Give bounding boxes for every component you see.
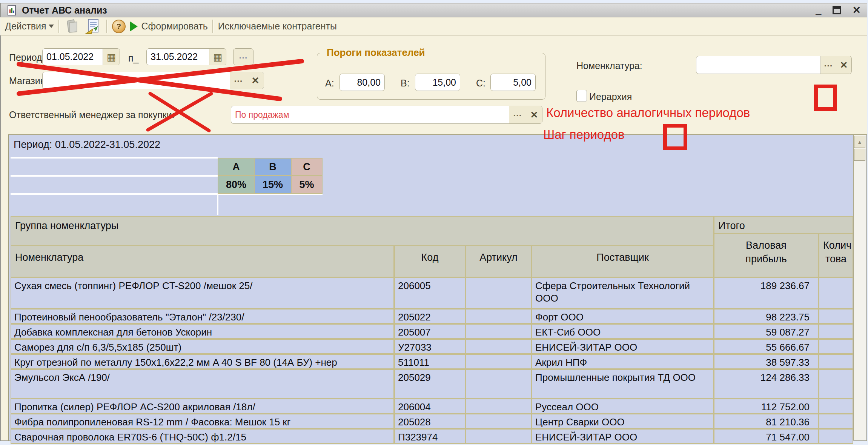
cell-quantity <box>819 324 853 339</box>
cell-code: У27033 <box>394 339 465 354</box>
period-from-field[interactable]: 01.05.2022 ▦ <box>42 48 120 65</box>
cell-article <box>465 277 532 309</box>
table-row[interactable]: Пропитка (силер) РЕФЛОР AC-S200 акрилова… <box>11 399 853 414</box>
store-clear-button[interactable]: ✕ <box>247 72 264 89</box>
calendar-button[interactable]: ▦ <box>209 49 226 65</box>
title-bar: Отчет АВС анализ _ ✕ <box>0 3 867 17</box>
table-row[interactable]: Протеиновый пенообразователь "Эталон" /2… <box>11 309 853 324</box>
hierarchy-label: Иерархия <box>589 91 632 102</box>
manager-clear-button[interactable]: ✕ <box>526 106 542 123</box>
nomenclature-clear-button[interactable]: ✕ <box>836 56 851 74</box>
nomenclature-select-button[interactable]: ... <box>820 56 836 74</box>
threshold-c-field[interactable]: 5,00 <box>490 74 536 91</box>
close-button[interactable]: ✕ <box>852 5 861 15</box>
threshold-b-value: 15,00 <box>415 74 460 91</box>
window-title: Отчет АВС анализ <box>22 5 107 16</box>
column-header-code[interactable]: Код <box>394 245 465 277</box>
manager-field[interactable]: По продажам ... ✕ <box>231 106 542 124</box>
toolbar: Действия ? Сформировать Исключаемые конт… <box>0 17 867 35</box>
table-row[interactable]: Круг отрезной по металлу 150х1,6х22,2 мм… <box>11 354 853 369</box>
cell-code: П323974 <box>394 429 465 444</box>
cell-profit: 124 286.33 <box>714 369 819 399</box>
cell-code: 205022 <box>394 309 465 324</box>
report-settings-icon[interactable] <box>84 18 102 34</box>
nomenclature-field[interactable]: ... ✕ <box>696 56 852 74</box>
column-header-quantity[interactable]: Колич това <box>819 233 853 277</box>
nomenclature-value <box>696 56 820 74</box>
cell-article <box>465 339 532 354</box>
cell-profit: 98 223.75 <box>714 309 819 324</box>
table-row[interactable]: Сварочная проволока ER70S-6 (THQ-50C) ф1… <box>11 429 853 444</box>
column-header-supplier[interactable]: Поставщик <box>532 245 714 277</box>
column-header-nomenclature[interactable]: Номенклатура <box>11 245 394 277</box>
group-header-cell[interactable]: Группа номенклатуры <box>11 216 714 246</box>
period-more-button[interactable]: ... <box>233 48 253 65</box>
actions-menu-button[interactable]: Действия <box>5 21 54 32</box>
cell-profit: 71 547.00 <box>714 429 819 444</box>
maximize-button[interactable] <box>833 6 841 14</box>
calendar-button[interactable]: ▦ <box>103 49 120 65</box>
excluded-counterparties-button[interactable]: Исключаемые контрагенты <box>218 21 337 32</box>
period-from-value: 01.05.2022 <box>43 49 103 65</box>
threshold-b-field[interactable]: 15,00 <box>415 74 460 91</box>
ellipsis-icon: ... <box>513 109 522 121</box>
abc-class-b-cell: B <box>254 158 292 176</box>
cell-profit: 55 666.67 <box>714 339 819 354</box>
toolbar-separator <box>58 20 60 33</box>
cell-code: 206005 <box>394 277 465 309</box>
generate-button[interactable]: Сформировать <box>130 21 208 32</box>
hierarchy-checkbox[interactable] <box>576 90 587 102</box>
cell-article <box>465 414 532 429</box>
annotation-box-period-step <box>663 124 687 150</box>
cell-profit: 38 597.33 <box>714 354 819 369</box>
table-row[interactable]: Добавка комплексная для бетонов Ускорин … <box>11 324 853 339</box>
table-row[interactable]: Сухая смесь (топпинг) РЕФЛОР CT-S200 /ме… <box>11 277 853 309</box>
report-app-icon <box>7 5 17 15</box>
cell-code: 206004 <box>394 399 465 414</box>
column-header-article[interactable]: Артикул <box>465 245 532 277</box>
export-icon-disabled[interactable] <box>64 19 80 34</box>
abc-percent-a-cell: 80% <box>218 175 255 194</box>
column-header-gross-profit[interactable]: Валовая прибыль <box>714 233 819 277</box>
scroll-up-icon: ▲ <box>857 139 863 145</box>
help-button[interactable]: ? <box>112 20 126 33</box>
table-row[interactable]: Фибра полипропиленовая RS-12 mm / Фасовк… <box>11 414 853 429</box>
cell-quantity <box>819 277 853 309</box>
annotation-analog-periods-label: Количество аналогичных периодов <box>546 106 750 120</box>
cell-profit: 189 236.67 <box>714 277 819 309</box>
minimize-button[interactable]: _ <box>816 5 821 15</box>
cell-supplier: ЕНИСЕЙ-ЗИТАР ООО <box>532 429 714 444</box>
toolbar-separator <box>212 20 214 33</box>
cell-supplier: ЕКТ-Сиб ООО <box>532 324 714 339</box>
row-separator <box>11 157 218 159</box>
vertical-scrollbar[interactable] <box>853 135 866 440</box>
cell-code: 511011 <box>394 354 465 369</box>
cell-supplier: Центр Сварки ООО <box>532 414 714 429</box>
ellipsis-icon: ... <box>824 59 833 71</box>
cell-name: Сварочная проволока ER70S-6 (THQ-50C) ф1… <box>11 429 394 444</box>
generate-label: Сформировать <box>141 21 208 32</box>
store-field[interactable]: ... ✕ <box>42 72 264 89</box>
threshold-c-label: C: <box>476 78 485 89</box>
cell-name: Эмульсол ЭксА /190/ <box>11 369 394 399</box>
cell-quantity <box>819 399 853 414</box>
manager-select-button[interactable]: ... <box>509 106 526 123</box>
table-row[interactable]: Эмульсол ЭксА /190/ 205029 Промышленные … <box>11 369 853 399</box>
total-header-cell[interactable]: Итого <box>714 216 853 234</box>
cell-article <box>465 354 532 369</box>
table-row[interactable]: Саморез для с/п 6,3/5,5x185 (250шт) У270… <box>11 339 853 354</box>
cell-supplier: Руссеал ООО <box>532 399 714 414</box>
chevron-down-icon <box>49 25 54 28</box>
annotation-box-analog-periods <box>814 85 837 111</box>
manager-value: По продажам <box>231 106 509 123</box>
scrollbar-thumb[interactable] <box>854 149 865 161</box>
cell-supplier: Промышленные покрытия ТД ООО <box>532 369 714 399</box>
screen: Отчет АВС анализ _ ✕ Действия ? <box>0 0 868 445</box>
period-to-label: п_ <box>128 53 138 64</box>
store-select-button[interactable]: ... <box>230 72 247 89</box>
cell-quantity <box>819 414 853 429</box>
threshold-a-field[interactable]: 80,00 <box>340 74 385 91</box>
period-to-field[interactable]: 31.05.2022 ▦ <box>146 48 226 65</box>
ellipsis-icon: ... <box>239 51 247 63</box>
scroll-up-button[interactable]: ▲ <box>854 136 865 148</box>
